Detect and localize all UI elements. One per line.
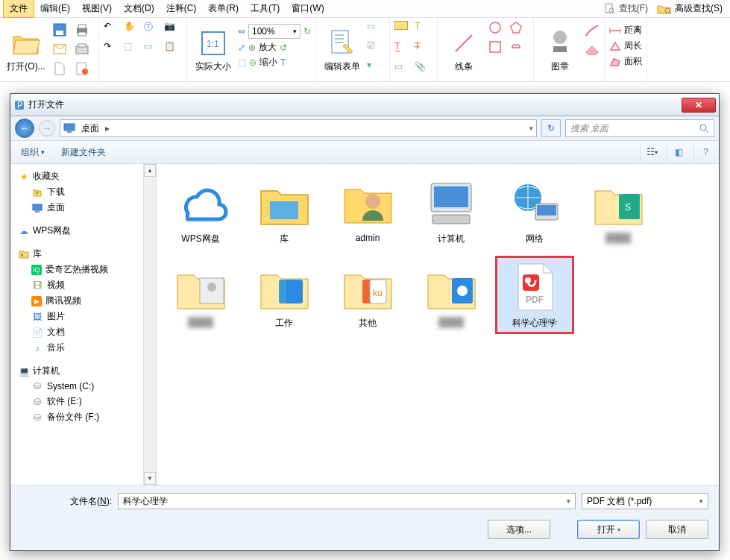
view-mode-button[interactable]: ☷ ▾ [640, 144, 659, 160]
snapshot-icon[interactable]: ▭ [144, 41, 162, 59]
text-layer-icon[interactable]: T [280, 57, 286, 68]
menu-document[interactable]: 文档(D) [118, 0, 160, 17]
scroll-down-button[interactable]: ▼ [144, 472, 156, 485]
help-button[interactable]: ? [693, 144, 713, 160]
select-text-icon[interactable]: Ⓣ [144, 21, 162, 39]
underline-icon[interactable]: T̲ [394, 41, 412, 59]
cloud-icon[interactable] [509, 40, 529, 58]
area-button[interactable]: 面积 [609, 55, 642, 68]
menu-form[interactable]: 表单(R) [202, 0, 245, 17]
highlight-icon[interactable] [394, 21, 408, 30]
shapes-lines-button[interactable]: 线条 [442, 21, 485, 79]
open-file-button[interactable]: 打开▾ [577, 520, 640, 539]
sidebar-libraries-header[interactable]: 库 [13, 246, 140, 262]
nav-back-button[interactable]: ← [15, 119, 34, 138]
open-button[interactable]: 打开(O)... [4, 21, 48, 79]
file-item-other[interactable]: ku 其他 [328, 256, 407, 334]
fit-width-icon[interactable]: ⇔ [238, 26, 245, 37]
stamp-button[interactable]: 图章 [538, 21, 582, 79]
menu-view[interactable]: 视图(V) [76, 0, 118, 17]
clipboard-icon[interactable]: 📋 [164, 41, 182, 59]
file-item-network[interactable]: 网络 [495, 172, 574, 250]
combo-icon[interactable]: ▾ [367, 60, 385, 78]
hand-icon[interactable]: ✋ [124, 21, 142, 39]
sidebar-computer-header[interactable]: 💻计算机 [13, 363, 140, 379]
sidebar-item-tencent[interactable]: ▶腾讯视频 [13, 293, 140, 309]
attach-icon[interactable]: 📎 [415, 61, 432, 79]
sidebar-scrollbar[interactable]: ▲ ▼ [143, 164, 156, 485]
search-input[interactable]: 搜索 桌面 [565, 119, 714, 137]
save-icon[interactable] [51, 21, 69, 39]
perimeter-button[interactable]: 周长 [609, 40, 642, 52]
print-icon[interactable] [73, 21, 91, 39]
redo-icon[interactable]: ↷ [104, 41, 122, 59]
menu-comment[interactable]: 注释(C) [160, 0, 203, 17]
select-annot-icon[interactable]: ⬚ [124, 41, 142, 59]
polygon-icon[interactable] [509, 21, 529, 39]
filetype-filter[interactable]: PDF 文档 (*.pdf)▾ [582, 493, 708, 509]
sidebar-item-drive-f[interactable]: ⛁备份文件 (F:) [13, 409, 140, 425]
strikeout-icon[interactable]: T̶ [415, 41, 432, 59]
scroll-up-button[interactable]: ▲ [144, 164, 156, 177]
refresh-button[interactable]: ↻ [541, 119, 561, 137]
breadcrumb-arrow-icon[interactable]: ▸ [105, 123, 110, 133]
menu-window[interactable]: 窗口(W) [286, 0, 330, 17]
sticky-note-icon[interactable]: ▭ [394, 61, 412, 79]
file-list[interactable]: WPS网盘 库 admin 计算机 网络 S ████ [157, 164, 719, 485]
checkbox-icon[interactable]: ☑ [367, 40, 385, 58]
eraser-icon[interactable] [585, 43, 600, 57]
sidebar-item-videos[interactable]: 🎞视频 [13, 277, 140, 293]
file-item-unknown3[interactable]: ████ [412, 256, 491, 334]
file-item-work[interactable]: 工作 [245, 256, 324, 334]
edit-form-button[interactable]: 编辑表单 [321, 21, 364, 79]
cancel-button[interactable]: 取消 [646, 520, 708, 539]
nav-forward-button[interactable]: → [39, 120, 55, 136]
file-item-wpscloud[interactable]: WPS网盘 [161, 172, 240, 250]
text-field-icon[interactable]: ▭ [367, 21, 385, 39]
actual-size-button[interactable]: 1:1 实际大小 [192, 21, 235, 79]
undo-icon[interactable]: ↶ [104, 21, 122, 39]
organize-button[interactable]: 组织 ▾ [16, 145, 49, 160]
file-item-unknown2[interactable]: ████ [161, 256, 240, 334]
find-button[interactable]: 查找(F) [600, 1, 652, 16]
dialog-close-button[interactable]: ✕ [682, 98, 716, 113]
zoom-select[interactable]: 100%▾ [248, 24, 301, 39]
zoom-in-icon[interactable]: ⊕ [248, 43, 256, 53]
file-item-unknown1[interactable]: S ████ [579, 172, 658, 250]
square-icon[interactable] [488, 40, 508, 58]
camera-icon[interactable]: 📷 [164, 21, 182, 39]
menu-tools[interactable]: 工具(T) [245, 0, 286, 17]
blank-page-icon[interactable] [51, 60, 69, 78]
options-button[interactable]: 选项... [488, 520, 550, 539]
sidebar-item-pictures[interactable]: 🖼图片 [13, 309, 140, 324]
preview-pane-button[interactable]: ◧ [667, 144, 686, 160]
sidebar-item-desktop[interactable]: 桌面 [13, 200, 140, 215]
address-bar[interactable]: 桌面 ▸ ▾ [60, 119, 537, 137]
mail-icon[interactable] [51, 40, 69, 58]
sidebar-item-music[interactable]: ♪音乐 [13, 340, 140, 356]
zoom-out-icon[interactable]: ⊖ [249, 57, 257, 68]
file-item-selected-pdf[interactable]: PDF 科学心理学 [495, 256, 574, 334]
rotate-cw-icon[interactable]: ↻ [303, 26, 311, 37]
convert-icon[interactable] [73, 60, 91, 78]
file-item-libraries[interactable]: 库 [245, 172, 324, 250]
scan-icon[interactable] [73, 40, 91, 58]
sidebar-item-iqiyi[interactable]: iQ爱奇艺热播视频 [13, 262, 140, 277]
distance-button[interactable]: 距离 [609, 24, 642, 37]
sidebar-item-drive-e[interactable]: ⛁软件 (E:) [13, 394, 140, 409]
file-item-computer[interactable]: 计算机 [412, 172, 491, 250]
sidebar-favorites-header[interactable]: ★收藏夹 [13, 169, 140, 184]
rotate-ccw-icon[interactable]: ↺ [280, 43, 287, 53]
fit-visible-icon[interactable]: ⬚ [238, 57, 246, 68]
circle-icon[interactable] [488, 21, 508, 39]
filename-input[interactable]: 科学心理学▾ [118, 493, 576, 509]
file-item-admin[interactable]: admin [328, 172, 407, 250]
new-folder-button[interactable]: 新建文件夹 [57, 145, 110, 160]
menu-file[interactable]: 文件 [3, 0, 34, 18]
menu-edit[interactable]: 编辑(E) [34, 0, 76, 17]
fit-page-icon[interactable]: ⤢ [238, 43, 245, 53]
sidebar-item-documents[interactable]: 📄文档 [13, 324, 140, 340]
sidebar-item-downloads[interactable]: 下载 [13, 184, 140, 200]
breadcrumb-desktop[interactable]: 桌面 [78, 121, 102, 136]
sidebar-wps-header[interactable]: ☁WPS网盘 [13, 223, 140, 239]
